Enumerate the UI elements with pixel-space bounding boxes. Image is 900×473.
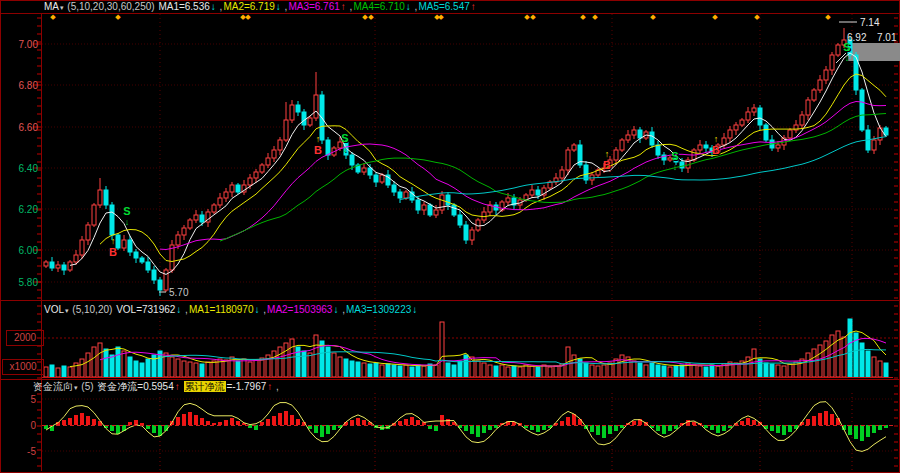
- candle: [452, 205, 456, 215]
- candle: [458, 215, 462, 225]
- flow-bar-positive: [176, 417, 180, 425]
- candle: [650, 132, 654, 145]
- volume-bar: [488, 365, 492, 377]
- event-diamond-icon: ◆: [245, 13, 250, 21]
- chevron-down-icon[interactable]: ▾: [74, 384, 78, 391]
- event-diamond-icon: ◆: [50, 13, 55, 21]
- volume-bar: [176, 359, 180, 377]
- volume-bar: [530, 366, 534, 377]
- volume-bar: [782, 366, 786, 377]
- trailing-comma: ,: [276, 381, 279, 392]
- candle: [872, 140, 876, 150]
- volume-bar: [650, 363, 654, 377]
- candle: [86, 225, 90, 240]
- chart-canvas[interactable]: [0, 0, 900, 473]
- flow-bar-positive: [752, 420, 756, 425]
- sell-arrow-icon: ↓: [673, 162, 678, 172]
- volume-bar: [848, 319, 852, 377]
- event-diamond-icon: ◆: [438, 13, 443, 21]
- volume-bar: [638, 363, 642, 377]
- candle: [446, 195, 450, 205]
- volume-bar: [788, 364, 792, 377]
- candle: [740, 120, 744, 125]
- candle: [806, 100, 810, 115]
- volume-bar: [272, 351, 276, 377]
- candle: [272, 150, 276, 158]
- candle: [194, 215, 198, 220]
- flow-bar-positive: [812, 416, 816, 425]
- indicator-name[interactable]: MA: [44, 1, 59, 12]
- volume-bar: [398, 366, 402, 377]
- volume-bar: [56, 368, 60, 377]
- chevron-down-icon[interactable]: ▾: [65, 307, 69, 314]
- volume-bar: [620, 355, 624, 377]
- volume-bar: [122, 351, 126, 377]
- volume-bar: [236, 361, 240, 377]
- indicator-value: VOL=731962: [116, 304, 175, 315]
- candle: [704, 145, 708, 148]
- flow-bar-negative: [860, 425, 864, 441]
- candle: [566, 150, 570, 170]
- price-axis-label: 7.00: [2, 39, 38, 50]
- candle: [296, 105, 300, 112]
- event-diamond-icon: ◆: [368, 13, 373, 21]
- buy-signal-marker: B: [712, 144, 720, 156]
- candle: [128, 240, 132, 252]
- candle: [470, 230, 474, 240]
- up-arrow-icon: ↑: [267, 381, 272, 392]
- candle: [56, 265, 60, 268]
- flow-bar-positive: [296, 419, 300, 425]
- down-arrow-icon: ↓: [412, 304, 417, 315]
- candle: [656, 145, 660, 155]
- candle: [830, 55, 834, 70]
- candle: [302, 112, 306, 125]
- candle: [374, 175, 378, 182]
- price-axis-label: 5.80: [2, 277, 38, 288]
- volume-bar: [836, 331, 840, 377]
- candle: [164, 270, 168, 290]
- net-flow-value: 资金净流=0.5954: [97, 381, 173, 392]
- candle: [776, 145, 780, 148]
- candle: [230, 185, 234, 192]
- candle: [860, 90, 864, 130]
- fundflow-indicator-header: 资金流向▾ (5) 资金净流=0.5954↑ 累计净流=-1.7967↑ ,: [33, 381, 280, 393]
- candle: [638, 130, 642, 138]
- flow-bar-positive: [260, 422, 264, 425]
- volume-bar: [818, 345, 822, 377]
- volume-bar: [518, 367, 522, 377]
- flow-bar-positive: [410, 417, 414, 425]
- flow-axis-label: 0: [14, 420, 36, 431]
- volume-bar: [536, 367, 540, 377]
- candle: [764, 125, 768, 140]
- volume-bar: [224, 360, 228, 377]
- candle: [92, 205, 96, 225]
- candle: [284, 120, 288, 140]
- chevron-down-icon[interactable]: ▾: [60, 4, 64, 11]
- buy-arrow-icon: ↑: [111, 236, 116, 246]
- volume-bar: [248, 362, 252, 377]
- event-diamond-icon: ◆: [825, 13, 830, 21]
- volume-bar: [644, 365, 648, 377]
- flow-bar-positive: [362, 420, 366, 425]
- volume-bar: [140, 363, 144, 377]
- volume-bar: [770, 364, 774, 377]
- candle: [50, 262, 54, 268]
- price-axis-label: 6.80: [2, 80, 38, 91]
- candle: [368, 168, 372, 175]
- flow-bar-positive: [830, 414, 834, 425]
- volume-bar: [542, 365, 546, 377]
- flow-axis-label: 5: [14, 394, 36, 405]
- sell-signal-marker: S: [843, 41, 850, 53]
- separator: ,: [261, 304, 267, 315]
- volume-bar: [548, 367, 552, 377]
- event-diamond-icon: ◆: [754, 13, 759, 21]
- volume-bar: [380, 365, 384, 377]
- volume-bar: [170, 357, 174, 377]
- volume-bar: [86, 353, 90, 377]
- sell-arrow-icon: ↓: [125, 217, 130, 227]
- volume-indicator-name[interactable]: VOL: [44, 304, 64, 315]
- flow-bar-positive: [188, 412, 192, 425]
- buy-arrow-icon: ↑: [605, 149, 610, 159]
- fundflow-indicator-name[interactable]: 资金流向: [33, 381, 73, 392]
- candle: [44, 262, 48, 266]
